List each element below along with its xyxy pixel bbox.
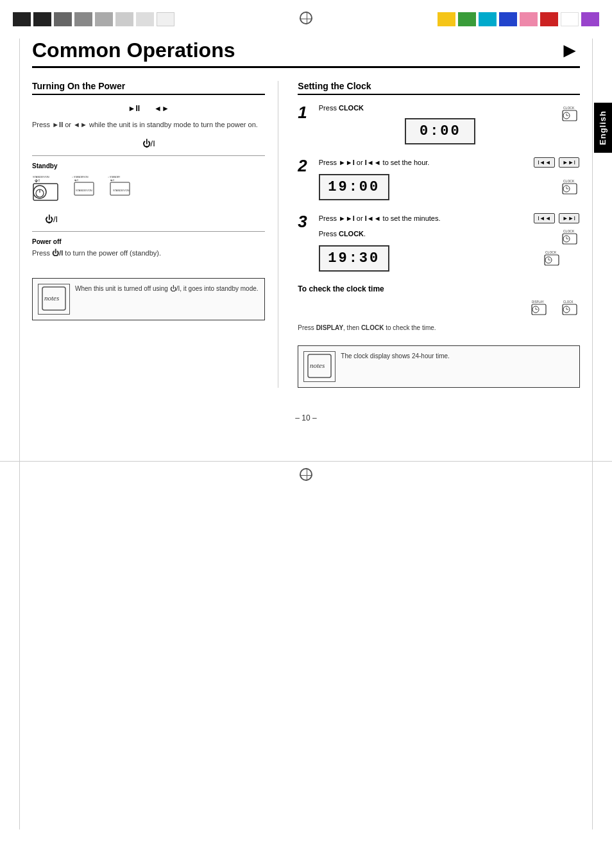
- step-1-clock-icon: CLOCK: [562, 104, 580, 123]
- check-clock-desc: Press DISPLAY, then CLOCK to check the t…: [298, 323, 580, 333]
- device-1: STANDBY/ON ⏻/I: [32, 173, 64, 208]
- clock-icon-3a: CLOCK: [562, 227, 580, 245]
- notes-text-right: The clock display shows 24-hour time.: [341, 351, 450, 361]
- svg-text:⏻/I: ⏻/I: [35, 178, 40, 182]
- top-center-crosshair: [300, 12, 312, 28]
- step-2-skip-back: I◄◄: [534, 157, 554, 168]
- step-1-content: Press CLOCK CLOCK: [319, 104, 580, 147]
- step-2-display: 19:00: [319, 174, 389, 200]
- step-2-skip-icons: I◄◄ ►►I: [533, 157, 580, 168]
- strip-6: [115, 12, 133, 26]
- svg-text:CLOCK: CLOCK: [563, 300, 574, 304]
- power-symbol-row: ⏻/I: [32, 137, 265, 149]
- step-2-display-text: 19:00: [328, 179, 380, 195]
- strip-2: [33, 12, 51, 26]
- play-pause-row: ►II ◄►: [32, 104, 265, 113]
- top-bar: [0, 0, 612, 39]
- page-number: – 10 –: [32, 407, 580, 429]
- step-3-press-clock: Press CLOCK. CLOCK: [319, 227, 580, 239]
- device-svg-1: STANDBY/ON ⏻/I: [32, 173, 64, 205]
- step-3-clock-icon: CLOCK: [544, 248, 562, 269]
- notes-text-left: When this unit is turned off using ⏻/I, …: [75, 284, 259, 293]
- divider-2: [32, 231, 265, 232]
- clock-check-icon: CLOCK: [562, 299, 580, 317]
- bottom-bar: [0, 461, 612, 487]
- color-purple: [581, 12, 599, 26]
- device-svg-3: ○ STANDBY ⏻/I STANDBY/ON: [108, 173, 136, 204]
- svg-text:⏻/I: ⏻/I: [74, 179, 78, 182]
- svg-text:STANDBY/ON: STANDBY/ON: [76, 189, 92, 192]
- strip-8: [157, 12, 174, 26]
- left-margin: [19, 39, 20, 829]
- display-icon: DISPLAY: [531, 299, 549, 317]
- svg-text:CLOCK: CLOCK: [563, 179, 575, 183]
- svg-text:CLOCK: CLOCK: [545, 250, 557, 254]
- step-3-content: Press ►►I or I◄◄ to set the minutes. I◄◄…: [319, 213, 580, 274]
- svg-text:CLOCK: CLOCK: [563, 106, 575, 110]
- color-white: [561, 12, 579, 26]
- step-3-header: Press ►►I or I◄◄ to set the minutes. I◄◄…: [319, 213, 580, 223]
- step-3-desc: Press ►►I or I◄◄ to set the minutes.: [319, 214, 441, 222]
- device-3: ○ STANDBY ⏻/I STANDBY/ON: [108, 173, 136, 207]
- clock-icon-3b: CLOCK: [544, 248, 562, 266]
- right-column: Setting the Clock 1 Press CLOCK CLOCK: [278, 81, 580, 388]
- notes-icon-left: notes: [38, 284, 70, 315]
- step-3-display-text: 19:30: [328, 250, 380, 266]
- step-1-row: 1 Press CLOCK CLOCK: [298, 104, 580, 147]
- step-3-skip-icons: I◄◄ ►►I: [533, 213, 580, 223]
- step-3-skip-fwd: ►►I: [559, 213, 579, 223]
- svg-text:○ STANDBY/ON: ○ STANDBY/ON: [72, 176, 89, 178]
- display-icon-container: DISPLAY: [531, 299, 549, 319]
- step-2-display-row: 19:00 CLOCK: [319, 171, 580, 203]
- right-section-title: Setting the Clock: [298, 81, 580, 95]
- color-green: [458, 12, 476, 26]
- step-3-clock-icon-top: CLOCK: [562, 227, 580, 248]
- clock-icon-1: CLOCK: [562, 104, 580, 122]
- step-1-display-text: 0:00: [420, 123, 461, 139]
- check-clock-header: To check the clock time: [298, 284, 580, 293]
- left-column: Turning On the Power ►II ◄► Press ►II or…: [32, 81, 278, 388]
- check-clock-block: To check the clock time DISPLAY: [298, 284, 580, 333]
- clock-check-icon-container: CLOCK: [562, 299, 580, 319]
- play-pause-icon: ►II: [128, 104, 140, 113]
- step-2-row: 2 Press ►►I or I◄◄ to set the hour. I◄◄ …: [298, 157, 580, 203]
- step-2-content: Press ►►I or I◄◄ to set the hour. I◄◄ ►►…: [319, 157, 580, 203]
- notes-svg: notes: [42, 286, 66, 311]
- color-yellow: [438, 12, 455, 26]
- svg-text:notes: notes: [310, 361, 325, 369]
- two-column-layout: Turning On the Power ►II ◄► Press ►II or…: [32, 81, 580, 388]
- body-text-1: Press ►II or ◄► while the unit is in sta…: [32, 119, 265, 131]
- step-1-header: Press CLOCK CLOCK: [319, 104, 580, 112]
- power-symbol-2: ⏻/I: [45, 214, 58, 224]
- notes-svg-right: notes: [307, 354, 332, 378]
- left-section-title: Turning On the Power: [32, 81, 265, 95]
- color-blue: [499, 12, 517, 26]
- bottom-crosshair: [300, 468, 312, 481]
- notes-box-left: notes When this unit is turned off using…: [32, 278, 265, 320]
- svg-text:⏻/I: ⏻/I: [110, 179, 114, 182]
- rewind-icon: ◄►: [154, 104, 169, 113]
- step-2-desc: Press ►►I or I◄◄ to set the hour.: [319, 159, 430, 166]
- top-bar-left: [13, 12, 174, 26]
- clock-icon-2: CLOCK: [562, 177, 580, 195]
- strip-3: [54, 12, 72, 26]
- step-2-header: Press ►►I or I◄◄ to set the hour. I◄◄ ►►…: [319, 157, 580, 168]
- color-pink: [520, 12, 538, 26]
- power-symbol: ⏻/I: [142, 139, 155, 148]
- page-title-bar: Common Operations ►: [32, 39, 580, 68]
- svg-text:STANDBY/ON: STANDBY/ON: [113, 189, 130, 192]
- device-icons-row: STANDBY/ON ⏻/I ○ STANDBY/ON ⏻/I: [32, 173, 265, 208]
- step-3-row: 3 Press ►►I or I◄◄ to set the minutes. I…: [298, 213, 580, 274]
- svg-text:CLOCK: CLOCK: [563, 229, 575, 233]
- strip-5: [95, 12, 113, 26]
- step-3-number: 3: [298, 213, 307, 230]
- step-2-skip-fwd: ►►I: [559, 157, 579, 168]
- english-tab: English: [594, 103, 612, 153]
- device-svg-2: ○ STANDBY/ON ⏻/I STANDBY/ON: [72, 173, 100, 204]
- strip-7: [136, 12, 154, 26]
- title-arrow-icon: ►: [559, 39, 580, 62]
- strip-1: [13, 12, 31, 26]
- notes-icon-right: notes: [303, 351, 336, 382]
- step-3-skip-back: I◄◄: [534, 213, 554, 223]
- color-red: [540, 12, 558, 26]
